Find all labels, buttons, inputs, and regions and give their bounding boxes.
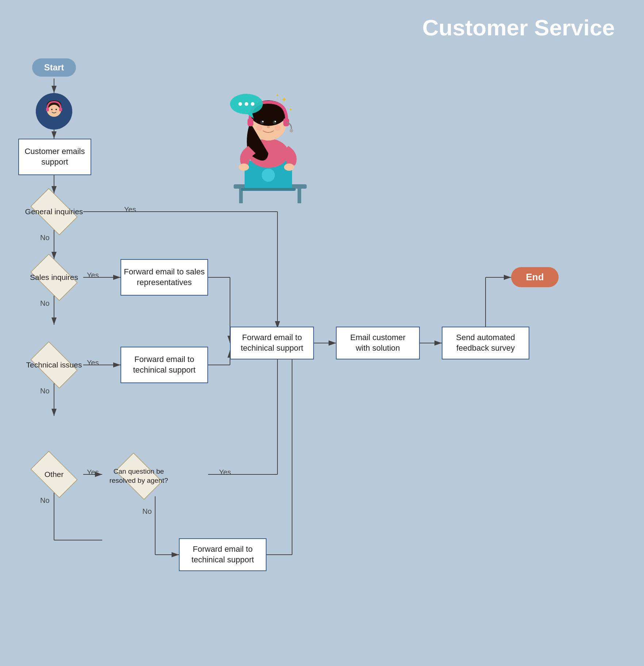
agent-illustration: ✦ ✦ ✦ bbox=[212, 80, 329, 206]
svg-text:✦: ✦ bbox=[281, 96, 287, 104]
start-node: Start bbox=[32, 58, 76, 77]
svg-point-48 bbox=[273, 120, 276, 124]
svg-point-50 bbox=[275, 121, 276, 122]
forward-email-tech2-box: Forward email to techinical support bbox=[120, 347, 208, 383]
svg-text:✦: ✦ bbox=[288, 107, 293, 112]
agent-avatar bbox=[36, 93, 72, 130]
no-label-2: No bbox=[40, 299, 50, 308]
svg-point-64 bbox=[239, 163, 249, 171]
svg-rect-42 bbox=[241, 188, 296, 191]
forward-email-sales-box: Forward email to sales representatives bbox=[120, 259, 208, 296]
svg-point-32 bbox=[48, 105, 60, 116]
no-label-1: No bbox=[40, 234, 50, 242]
customer-emails-box: Customer emails support bbox=[18, 139, 91, 175]
other-diamond: Other bbox=[25, 456, 83, 493]
yes-label-3: Yes bbox=[87, 359, 99, 367]
end-node: End bbox=[511, 267, 559, 287]
general-inquiries-diamond: General inquiries bbox=[25, 193, 83, 230]
svg-rect-39 bbox=[298, 189, 301, 203]
yes-label-1: Yes bbox=[124, 205, 136, 214]
svg-point-56 bbox=[290, 129, 293, 132]
forward-email-tech-bottom-box: Forward email to techinical support bbox=[179, 538, 267, 571]
svg-point-51 bbox=[267, 126, 270, 128]
svg-point-58 bbox=[238, 102, 242, 106]
svg-point-33 bbox=[51, 109, 53, 110]
svg-point-34 bbox=[55, 109, 57, 110]
svg-point-53 bbox=[275, 125, 280, 131]
svg-point-47 bbox=[260, 120, 264, 124]
svg-point-59 bbox=[245, 102, 248, 106]
technical-issues-diamond: Technical issues bbox=[25, 347, 83, 383]
no-label-4: No bbox=[40, 496, 50, 505]
no-label-3: No bbox=[40, 387, 50, 395]
svg-point-49 bbox=[262, 121, 264, 122]
forward-email-tech-center-box: Forward email to techinical support bbox=[230, 327, 314, 359]
yes-label-4: Yes bbox=[87, 468, 99, 477]
svg-rect-35 bbox=[46, 108, 49, 111]
send-survey-box: Send automated feedback survey bbox=[442, 327, 529, 359]
email-customer-box: Email customer with solution bbox=[336, 327, 420, 359]
svg-rect-54 bbox=[248, 118, 253, 126]
svg-point-60 bbox=[251, 102, 254, 106]
no-label-5: No bbox=[142, 507, 152, 516]
yes-label-5: Yes bbox=[219, 468, 231, 477]
can-question-diamond: Can question be resolved by agent? bbox=[102, 456, 175, 496]
page-title: Customer Service bbox=[422, 15, 615, 41]
svg-rect-38 bbox=[239, 189, 243, 203]
svg-rect-55 bbox=[283, 118, 289, 126]
svg-point-65 bbox=[284, 163, 294, 171]
svg-point-52 bbox=[256, 125, 262, 131]
sales-inquires-diamond: Sales inquires bbox=[25, 259, 83, 296]
svg-text:✦: ✦ bbox=[276, 93, 279, 98]
yes-label-2: Yes bbox=[87, 271, 99, 280]
svg-rect-36 bbox=[59, 108, 62, 111]
svg-point-41 bbox=[262, 169, 275, 182]
